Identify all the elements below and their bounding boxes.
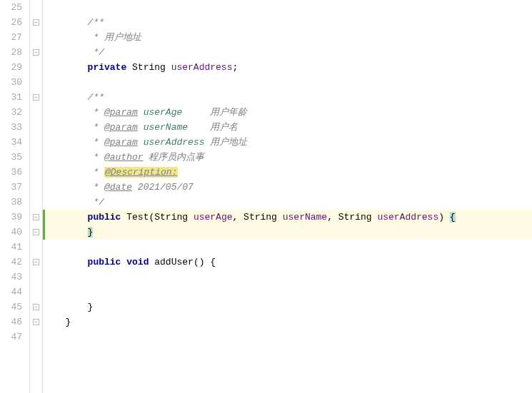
param-user-age: userAge [194, 212, 233, 223]
fold-start-icon[interactable]: − [33, 214, 39, 220]
brace-close: } [88, 227, 94, 238]
fold-end-icon[interactable]: − [33, 304, 39, 310]
fold-start-icon[interactable]: − [33, 94, 39, 101]
code-line[interactable]: private String userAddress; [43, 60, 532, 75]
comma: , [327, 212, 338, 223]
line-number: 26 [0, 15, 22, 30]
line-number: 28 [0, 45, 22, 60]
brace-close: } [88, 302, 94, 312]
code-line[interactable] [43, 240, 532, 255]
doc-star: * [88, 32, 104, 43]
code-editor[interactable]: /** * 用户地址 */ private String userAddress… [43, 0, 532, 393]
code-line-current[interactable]: } [43, 225, 532, 240]
code-line-current[interactable]: public Test(String userAge, String userN… [43, 210, 532, 225]
line-number-gutter: 25 26 27 28 29 30 31 32 33 34 35 36 37 3… [0, 0, 30, 393]
doc-star: * [88, 152, 104, 163]
date-text: 2021/05/07 [138, 182, 194, 193]
doc-comment-open: /** [88, 17, 104, 28]
param-desc: 用户地址 [210, 137, 247, 148]
doc-tag-description: @Description: [104, 167, 178, 178]
param-user-name: userName [283, 212, 327, 223]
fold-end-icon[interactable]: − [33, 229, 39, 235]
parens: () [194, 257, 205, 267]
param-desc: 用户年龄 [210, 107, 247, 118]
code-line[interactable]: } [43, 300, 532, 315]
keyword-void: void [126, 257, 149, 267]
paren-close: ) [438, 212, 450, 223]
code-line[interactable] [43, 270, 532, 285]
param-name: userAge [144, 107, 183, 118]
line-number: 29 [0, 60, 22, 75]
fold-end-icon[interactable]: − [33, 49, 39, 56]
code-line[interactable] [43, 0, 532, 15]
doc-tag-param: @param [104, 107, 138, 118]
doc-star: * [88, 167, 104, 178]
change-marker [43, 210, 45, 240]
doc-star: * [88, 137, 104, 148]
code-line[interactable]: * @param userName 用户名 [43, 120, 532, 135]
fold-start-icon[interactable]: − [33, 259, 39, 265]
doc-comment-close: */ [88, 47, 104, 58]
line-number: 46 [0, 315, 22, 330]
code-line[interactable]: } [43, 315, 532, 330]
line-number: 32 [0, 105, 22, 120]
code-line[interactable]: * @param userAddress 用户地址 [43, 135, 532, 150]
fold-end-icon[interactable]: − [33, 319, 39, 325]
code-line[interactable] [43, 75, 532, 90]
constructor-name: Test [126, 212, 149, 223]
code-line[interactable]: * @date 2021/05/07 [43, 180, 532, 195]
code-line[interactable]: */ [43, 195, 532, 210]
line-number: 44 [0, 285, 22, 300]
doc-comment-close: */ [88, 197, 104, 208]
line-number: 35 [0, 150, 22, 165]
doc-tag-author: @author [104, 152, 144, 163]
code-line[interactable]: * @author 程序员内点事 [43, 150, 532, 165]
fold-start-icon[interactable]: − [33, 19, 39, 26]
code-line[interactable] [43, 330, 532, 344]
comma: , [233, 212, 244, 223]
doc-text: 用户地址 [104, 32, 141, 43]
brace-close: } [65, 317, 71, 327]
line-number: 31 [0, 90, 22, 105]
line-number: 40 [0, 225, 22, 240]
doc-tag-param: @param [104, 122, 138, 133]
line-number: 45 [0, 300, 22, 315]
line-number: 41 [0, 240, 22, 255]
keyword-public: public [88, 257, 121, 267]
field-user-address: userAddress [171, 62, 233, 73]
line-number: 43 [0, 270, 22, 285]
code-line[interactable]: /** [43, 15, 532, 30]
doc-star: * [88, 122, 104, 133]
doc-star: * [88, 182, 104, 193]
code-line[interactable]: * @Description: [43, 165, 532, 180]
type-string: String [244, 212, 277, 223]
param-name: userAddress [144, 137, 205, 148]
type-string: String [132, 62, 166, 73]
line-number: 27 [0, 30, 22, 45]
line-number: 37 [0, 180, 22, 195]
code-line[interactable] [43, 285, 532, 300]
line-number: 38 [0, 195, 22, 210]
line-number: 42 [0, 255, 22, 270]
brace-open: { [450, 212, 456, 223]
code-line[interactable]: public void addUser() { [43, 255, 532, 270]
line-number: 30 [0, 75, 22, 90]
doc-tag-date: @date [104, 182, 132, 193]
param-user-address: userAddress [377, 212, 438, 223]
code-line[interactable]: /** [43, 90, 532, 105]
line-number: 39 [0, 210, 22, 225]
doc-star: * [88, 107, 104, 118]
code-line[interactable]: * 用户地址 [43, 30, 532, 45]
keyword-public: public [88, 212, 121, 223]
line-number: 47 [0, 330, 22, 344]
author-desc: 程序员内点事 [149, 152, 204, 163]
code-line[interactable]: */ [43, 45, 532, 60]
fold-gutter: − − − − − − − − [30, 0, 43, 393]
code-line[interactable]: * @param userAge 用户年龄 [43, 105, 532, 120]
brace-open: { [210, 257, 216, 267]
semicolon: ; [232, 62, 238, 73]
type-string: String [338, 212, 372, 223]
line-number: 25 [0, 0, 22, 15]
keyword-private: private [88, 62, 127, 73]
param-desc: 用户名 [210, 122, 238, 133]
